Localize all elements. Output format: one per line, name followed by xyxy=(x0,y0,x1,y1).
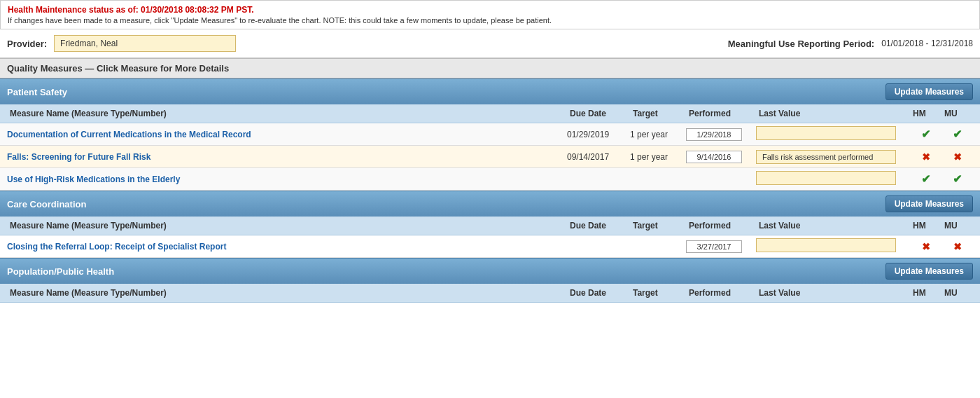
col-header-0-6: MU xyxy=(941,107,973,120)
check-icon: ✔ xyxy=(953,128,962,140)
performed-box-0-1: 9/14/2016 xyxy=(686,151,742,163)
check-icon: ✔ xyxy=(921,128,930,140)
hm-1-0: ✖ xyxy=(910,241,941,252)
due-date-0-0: 01/29/2019 xyxy=(567,130,630,139)
measure-name-1-0: Closing the Referral Loop: Receipt of Sp… xyxy=(7,242,567,252)
mu-period-value: 01/01/2018 - 12/31/2018 xyxy=(881,39,973,48)
col-header-1-0: Measure Name (Measure Type/Number) xyxy=(7,219,567,232)
provider-row: Provider: Meaningful Use Reporting Perio… xyxy=(0,29,980,58)
measure-link-0-2[interactable]: Use of High-Risk Medications in the Elde… xyxy=(7,174,180,184)
target-0-0: 1 per year xyxy=(630,130,686,139)
category-name-2: Population/Public Health xyxy=(7,266,114,277)
health-note: If changes have been made to a measure, … xyxy=(8,16,972,25)
col-header-2-3: Performed xyxy=(686,287,756,299)
col-header-row-0: Measure Name (Measure Type/Number)Due Da… xyxy=(0,104,980,123)
provider-label: Provider: xyxy=(7,39,47,49)
col-header-1-3: Performed xyxy=(686,219,756,232)
health-status: Health Maintenance status as of: 01/30/2… xyxy=(8,5,972,15)
hm-0-2: ✔ xyxy=(910,172,941,186)
measure-name-0-0: Documentation of Current Medications in … xyxy=(7,130,567,139)
hm-0-0: ✔ xyxy=(910,128,941,141)
cross-icon: ✖ xyxy=(953,241,962,252)
measure-name-0-1: Falls: Screening for Future Fall Risk xyxy=(7,152,567,162)
header-banner: Health Maintenance status as of: 01/30/2… xyxy=(0,0,980,29)
hm-0-1: ✖ xyxy=(910,151,941,163)
col-header-row-2: Measure Name (Measure Type/Number)Due Da… xyxy=(0,284,980,303)
provider-input[interactable] xyxy=(54,35,236,52)
col-header-2-0: Measure Name (Measure Type/Number) xyxy=(7,287,567,299)
category-header-1: Care Coordination Update Measures xyxy=(0,191,980,217)
measure-link-1-0[interactable]: Closing the Referral Loop: Receipt of Sp… xyxy=(7,242,226,252)
col-header-1-2: Target xyxy=(630,219,686,232)
mu-1-0: ✖ xyxy=(941,241,973,252)
last-value-0-2 xyxy=(756,171,910,187)
quality-section-title: Quality Measures — Click Measure for Mor… xyxy=(0,58,980,78)
measure-link-0-0[interactable]: Documentation of Current Medications in … xyxy=(7,130,251,139)
cross-icon: ✖ xyxy=(953,151,962,163)
last-value-box-0-1: Falls risk assessment performed xyxy=(756,150,896,164)
col-header-2-2: Target xyxy=(630,287,686,299)
update-measures-btn-1[interactable]: Update Measures xyxy=(886,195,973,212)
update-measures-btn-0[interactable]: Update Measures xyxy=(886,83,973,100)
last-value-1-0 xyxy=(756,238,910,254)
col-header-2-6: MU xyxy=(941,287,973,299)
last-value-0-0 xyxy=(756,126,910,142)
last-value-box-1-0 xyxy=(756,238,896,252)
col-header-1-1: Due Date xyxy=(567,219,630,232)
performed-box-1-0: 3/27/2017 xyxy=(686,240,742,253)
mu-0-0: ✔ xyxy=(941,128,973,141)
mu-0-2: ✔ xyxy=(941,172,973,186)
last-value-box-0-0 xyxy=(756,126,896,140)
mu-period-container: Meaningful Use Reporting Period: 01/01/2… xyxy=(728,39,973,49)
col-header-2-1: Due Date xyxy=(567,287,630,299)
due-date-0-1: 09/14/2017 xyxy=(567,152,630,162)
col-header-1-4: Last Value xyxy=(756,219,910,232)
table-row: Falls: Screening for Future Fall Risk09/… xyxy=(0,146,980,168)
category-header-0: Patient Safety Update Measures xyxy=(0,78,980,104)
col-header-1-5: HM xyxy=(910,219,941,232)
col-header-row-1: Measure Name (Measure Type/Number)Due Da… xyxy=(0,217,980,235)
col-header-0-2: Target xyxy=(630,107,686,120)
col-header-0-3: Performed xyxy=(686,107,756,120)
col-header-1-6: MU xyxy=(941,219,973,232)
check-icon: ✔ xyxy=(953,173,962,185)
performed-0-0: 1/29/2018 xyxy=(686,128,756,141)
table-row: Documentation of Current Medications in … xyxy=(0,123,980,146)
col-header-0-4: Last Value xyxy=(756,107,910,120)
col-header-2-5: HM xyxy=(910,287,941,299)
performed-0-1: 9/14/2016 xyxy=(686,151,756,163)
mu-0-1: ✖ xyxy=(941,151,973,163)
measure-name-0-2: Use of High-Risk Medications in the Elde… xyxy=(7,174,567,184)
mu-period-label: Meaningful Use Reporting Period: xyxy=(728,39,874,49)
categories-container: Patient Safety Update Measures Measure N… xyxy=(0,78,980,303)
col-header-0-1: Due Date xyxy=(567,107,630,120)
category-name-0: Patient Safety xyxy=(7,87,67,97)
check-icon: ✔ xyxy=(921,173,930,185)
col-header-2-4: Last Value xyxy=(756,287,910,299)
cross-icon: ✖ xyxy=(922,151,930,163)
update-measures-btn-2[interactable]: Update Measures xyxy=(886,263,973,280)
last-value-0-1: Falls risk assessment performed xyxy=(756,150,910,164)
col-header-0-5: HM xyxy=(910,107,941,120)
target-0-1: 1 per year xyxy=(630,152,686,162)
cross-icon: ✖ xyxy=(922,241,930,252)
performed-box-0-0: 1/29/2018 xyxy=(686,128,742,141)
table-row: Use of High-Risk Medications in the Elde… xyxy=(0,168,980,191)
category-name-1: Care Coordination xyxy=(7,199,86,210)
category-header-2: Population/Public Health Update Measures xyxy=(0,258,980,284)
measure-link-0-1[interactable]: Falls: Screening for Future Fall Risk xyxy=(7,152,150,162)
table-row: Closing the Referral Loop: Receipt of Sp… xyxy=(0,235,980,258)
performed-1-0: 3/27/2017 xyxy=(686,240,756,253)
col-header-0-0: Measure Name (Measure Type/Number) xyxy=(7,107,567,120)
last-value-box-0-2 xyxy=(756,171,896,185)
